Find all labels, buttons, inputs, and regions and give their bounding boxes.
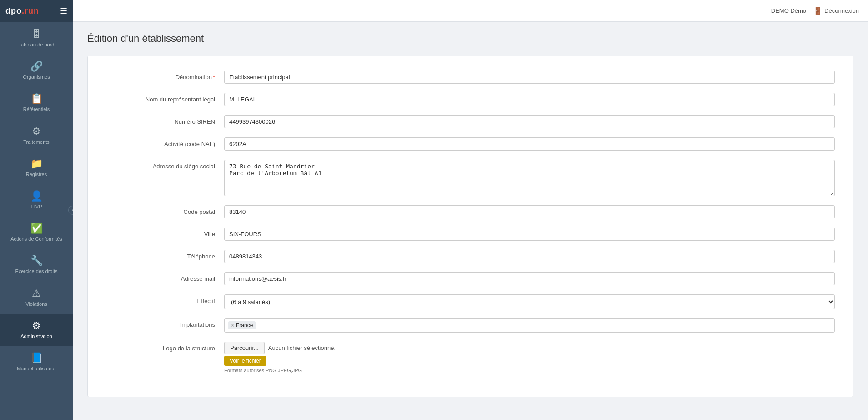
sidebar-item-traitements[interactable]: ⚙ Traitements <box>0 119 73 152</box>
sidebar-item-label: EIVP <box>30 204 42 210</box>
sidebar-item-registres[interactable]: 📁 Registres <box>0 152 73 184</box>
manuel-icon: 📘 <box>30 352 43 364</box>
logout-button[interactable]: 🚪 Déconnexion <box>813 7 859 15</box>
denomination-row: Dénomination* <box>106 71 835 84</box>
form-card: Dénomination* Nom du représentant légal … <box>87 56 853 397</box>
adresse-row: Adresse du siège social 73 Rue de Saint-… <box>106 160 835 196</box>
tag-label: France <box>236 322 253 329</box>
header-right: DEMO Démo 🚪 Déconnexion <box>771 7 859 15</box>
siren-input[interactable] <box>224 115 835 128</box>
sidebar-item-label: Administration <box>20 334 52 339</box>
logo-row: Logo de la structure Parcourir... Aucun … <box>106 342 835 373</box>
sidebar-item-label: Actions de Conformités <box>10 236 62 242</box>
dashboard-icon: 🎛 <box>31 28 41 40</box>
sidebar-item-organismes[interactable]: 🔗 Organismes <box>0 54 73 86</box>
administration-icon: ⚙ <box>32 320 41 332</box>
page-title: Édition d'un établissement <box>87 33 853 45</box>
hamburger-icon[interactable]: ☰ <box>60 6 67 16</box>
sidebar-item-label: Organismes <box>23 74 50 80</box>
telephone-row: Téléphone <box>106 250 835 263</box>
logout-label: Déconnexion <box>824 7 859 14</box>
sidebar-item-referentiels[interactable]: 📋 Référentiels <box>0 86 73 119</box>
file-row: Parcourir... Aucun fichier sélectionné. <box>224 342 835 354</box>
sidebar-item-administration[interactable]: ⚙ Administration <box>0 314 73 346</box>
adresse-label: Adresse du siège social <box>106 160 224 170</box>
file-formats-label: Formats autorisés PNG,JPEG,JPG <box>224 368 835 373</box>
tag-remove-icon[interactable]: × <box>231 323 234 328</box>
telephone-input[interactable] <box>224 250 835 263</box>
email-label: Adresse mail <box>106 272 224 282</box>
organismes-icon: 🔗 <box>30 61 43 72</box>
effectif-label: Effectif <box>106 294 224 304</box>
email-row: Adresse mail <box>106 272 835 285</box>
ville-row: Ville <box>106 228 835 241</box>
sidebar-item-manuel-utilisateur[interactable]: 📘 Manuel utilisateur <box>0 346 73 378</box>
effectif-select[interactable]: (1 à 5 salariés) (6 à 9 salariés) (10 à … <box>224 294 835 309</box>
siren-row: Numéro SIREN <box>106 115 835 128</box>
code-postal-label: Code postal <box>106 205 224 215</box>
logo-file-area: Parcourir... Aucun fichier sélectionné. … <box>224 342 835 373</box>
logout-icon: 🚪 <box>813 7 822 15</box>
representant-row: Nom du représentant légal <box>106 93 835 106</box>
sidebar: dpo.run ☰ 🎛 Tableau de bord 🔗 Organismes… <box>0 0 73 420</box>
code-postal-row: Code postal <box>106 205 835 218</box>
sidebar-item-violations[interactable]: ⚠ Violations <box>0 281 73 314</box>
header: DEMO Démo 🚪 Déconnexion <box>73 0 868 22</box>
effectif-row: Effectif (1 à 5 salariés) (6 à 9 salarié… <box>106 294 835 309</box>
siren-label: Numéro SIREN <box>106 115 224 125</box>
sidebar-item-label: Exercice des droits <box>15 268 58 274</box>
sidebar-item-label: Traitements <box>23 139 50 145</box>
view-file-button[interactable]: Voir le fichier <box>224 356 266 366</box>
browse-button[interactable]: Parcourir... <box>224 342 265 354</box>
violations-icon: ⚠ <box>32 288 41 299</box>
implantations-row: Implantations × France <box>106 318 835 333</box>
sidebar-item-label: Référentiels <box>23 106 50 112</box>
actions-icon: ✅ <box>30 223 43 234</box>
code-postal-input[interactable] <box>224 205 835 218</box>
ville-input[interactable] <box>224 228 835 241</box>
activite-row: Activité (code NAF) <box>106 137 835 151</box>
sidebar-item-label: Registres <box>26 172 47 177</box>
user-label: DEMO Démo <box>771 7 806 14</box>
eivp-icon: 👤 <box>30 190 43 202</box>
registres-icon: 📁 <box>30 158 43 170</box>
logo-text: dpo.run <box>5 6 39 16</box>
implantations-label: Implantations <box>106 318 224 328</box>
denomination-label: Dénomination* <box>106 71 224 81</box>
implantations-tag-input[interactable]: × France <box>224 318 835 333</box>
adresse-textarea[interactable]: 73 Rue de Saint-Mandrier Parc de l'Arbor… <box>224 160 835 196</box>
logo-label: Logo de la structure <box>106 342 224 352</box>
main-content: DEMO Démo 🚪 Déconnexion Édition d'un éta… <box>73 0 868 420</box>
activite-label: Activité (code NAF) <box>106 137 224 147</box>
implantations-tag: × France <box>228 321 256 329</box>
droits-icon: 🔧 <box>30 255 43 267</box>
representant-input[interactable] <box>224 93 835 106</box>
telephone-label: Téléphone <box>106 250 224 260</box>
file-name-label: Aucun fichier sélectionné. <box>268 344 336 351</box>
activite-input[interactable] <box>224 137 835 151</box>
traitements-icon: ⚙ <box>32 126 41 137</box>
page-body: Édition d'un établissement Dénomination*… <box>73 22 868 420</box>
sidebar-logo: dpo.run ☰ <box>0 0 73 22</box>
referentiels-icon: 📋 <box>30 93 43 105</box>
sidebar-item-label: Violations <box>25 301 47 307</box>
sidebar-item-eivp[interactable]: 👤 EIVP <box>0 184 73 216</box>
sidebar-item-label: Tableau de bord <box>19 42 55 48</box>
ville-label: Ville <box>106 228 224 238</box>
email-input[interactable] <box>224 272 835 285</box>
sidebar-item-actions-conformites[interactable]: ✅ Actions de Conformités <box>0 216 73 248</box>
logo-accent: .run <box>22 6 39 15</box>
sidebar-item-label: Manuel utilisateur <box>17 366 56 372</box>
sidebar-item-exercice-droits[interactable]: 🔧 Exercice des droits <box>0 248 73 281</box>
representant-label: Nom du représentant légal <box>106 93 224 103</box>
sidebar-item-tableau-de-bord[interactable]: 🎛 Tableau de bord <box>0 22 73 54</box>
denomination-input[interactable] <box>224 71 835 84</box>
